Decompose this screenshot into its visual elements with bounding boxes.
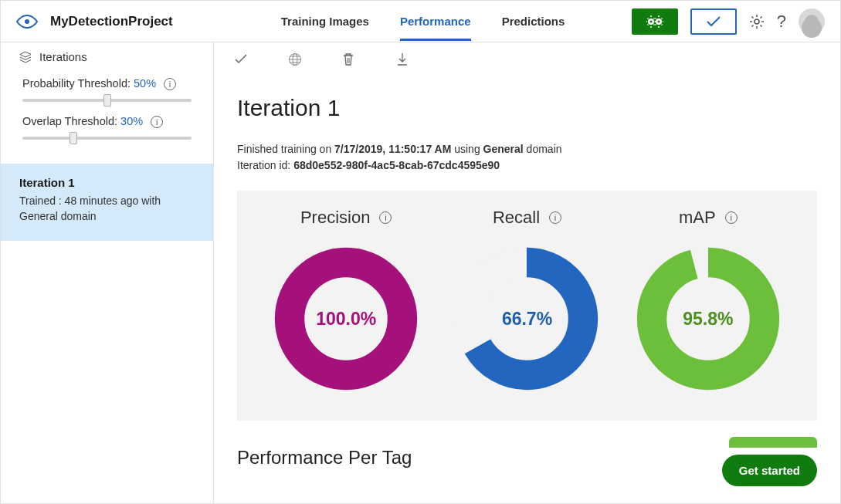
iteration-id-line: Iteration id: 68d0e552-980f-4ac5-8cab-67… <box>237 157 817 174</box>
iterations-header: Iterations <box>1 42 213 66</box>
overlap-threshold-block: Overlap Threshold: 30% i <box>1 104 213 142</box>
precision-label: Precision <box>300 208 370 228</box>
publish-globe-icon[interactable] <box>288 52 302 66</box>
svg-point-5 <box>755 19 759 24</box>
prob-threshold-label: Probability Threshold: <box>22 77 131 90</box>
recall-value: 66.7% <box>453 245 601 393</box>
metric-precision: Precisioni 100.0% <box>272 208 420 393</box>
finished-datetime: 7/17/2019, 11:50:17 AM <box>334 143 451 155</box>
info-icon[interactable]: i <box>549 211 561 224</box>
map-label: mAP <box>679 208 716 228</box>
svg-point-0 <box>25 19 29 24</box>
train-button[interactable] <box>632 8 678 35</box>
prob-threshold-slider[interactable] <box>22 96 192 104</box>
help-icon[interactable]: ? <box>777 12 786 32</box>
checkmark-icon <box>706 15 721 28</box>
slider-thumb[interactable] <box>70 132 77 144</box>
info-icon[interactable]: i <box>725 211 738 224</box>
hint-peek <box>729 437 817 448</box>
app-header: MyDetectionProject Training Images Perfo… <box>1 1 840 42</box>
training-finished-line: Finished training on 7/17/2019, 11:50:17… <box>237 141 817 157</box>
stack-icon <box>19 51 32 63</box>
probability-threshold-block: Probability Threshold: 50% i <box>1 66 213 104</box>
iteration-action-bar <box>214 42 840 76</box>
overlap-threshold-label: Overlap Threshold: <box>22 115 117 127</box>
settings-gear-icon[interactable] <box>749 14 765 29</box>
recall-label: Recall <box>493 208 540 228</box>
svg-point-4 <box>657 20 660 22</box>
tab-predictions[interactable]: Predictions <box>502 2 565 40</box>
precision-value: 100.0% <box>272 245 420 393</box>
metric-map: mAPi 95.8% <box>634 208 782 393</box>
finished-mid: using <box>451 143 483 155</box>
metrics-panel: Precisioni 100.0% Recalli 66.7% mAPi <box>237 191 817 421</box>
project-title: MyDetectionProject <box>50 14 173 29</box>
iteration-id-value: 68d0e552-980f-4ac5-8cab-67cdc4595e90 <box>293 159 500 171</box>
iterations-label: Iterations <box>39 50 87 63</box>
main-tabs: Training Images Performance Predictions <box>281 2 565 40</box>
slider-thumb[interactable] <box>103 94 111 107</box>
person-icon <box>805 15 819 29</box>
eye-logo-icon <box>16 15 38 29</box>
iteration-card-selected[interactable]: Iteration 1 Trained : 48 minutes ago wit… <box>1 164 213 241</box>
info-icon[interactable]: i <box>379 211 392 224</box>
gears-icon <box>646 15 664 29</box>
tab-performance[interactable]: Performance <box>400 2 471 40</box>
map-value: 95.8% <box>634 245 782 393</box>
iteration-id-label: Iteration id: <box>237 159 293 171</box>
get-started-button[interactable]: Get started <box>722 455 817 486</box>
iteration-card-subtitle: Trained : 48 minutes ago with General do… <box>19 194 195 224</box>
export-download-icon[interactable] <box>396 52 410 66</box>
sidebar: Iterations Probability Threshold: 50% i … <box>1 42 214 503</box>
info-icon[interactable]: i <box>164 78 176 90</box>
svg-point-2 <box>649 20 652 22</box>
finished-suffix: domain <box>524 143 562 155</box>
iteration-card-title: Iteration 1 <box>19 176 195 189</box>
overlap-threshold-value: 30% <box>120 115 143 127</box>
iteration-heading: Iteration 1 <box>237 95 817 121</box>
main-panel: Iteration 1 Finished training on 7/17/20… <box>214 42 840 503</box>
quick-test-button[interactable] <box>690 8 737 35</box>
mark-default-icon[interactable] <box>234 52 248 66</box>
prob-threshold-value: 50% <box>134 77 156 90</box>
tab-training-images[interactable]: Training Images <box>281 2 369 40</box>
delete-trash-icon[interactable] <box>342 52 356 66</box>
metric-recall: Recalli 66.7% <box>453 208 601 393</box>
info-icon[interactable]: i <box>151 116 163 128</box>
user-avatar[interactable] <box>799 8 825 35</box>
finished-domain: General <box>483 143 524 155</box>
overlap-threshold-slider[interactable] <box>22 134 192 142</box>
finished-prefix: Finished training on <box>237 143 334 155</box>
